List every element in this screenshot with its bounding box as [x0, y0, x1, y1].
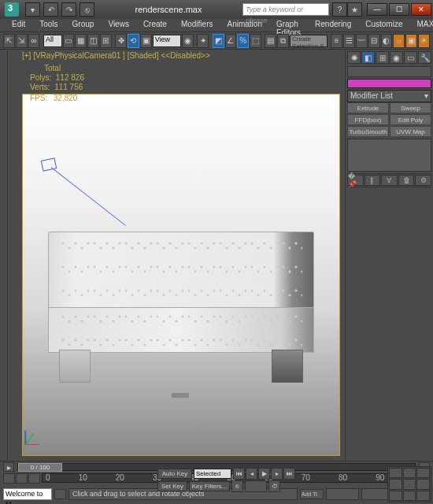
rotate-icon[interactable]: ⟲ — [128, 34, 139, 48]
material-editor-icon[interactable]: ◐ — [381, 34, 393, 48]
modifier-list-dropdown[interactable]: Modifier List▾ — [347, 90, 431, 102]
hierarchy-tab-icon[interactable]: ⊞ — [376, 51, 389, 64]
menu-rendering[interactable]: Rendering — [308, 19, 358, 32]
snap-toggle-icon[interactable]: ◩ — [213, 34, 224, 48]
current-frame-field[interactable] — [245, 480, 267, 492]
time-slider-thumb[interactable]: 0 / 100 — [18, 463, 62, 472]
lock-selection-icon[interactable] — [54, 489, 66, 499]
time-config-icon[interactable]: ⏱ — [268, 480, 280, 492]
qat-link-icon[interactable]: ⎋ — [80, 2, 94, 17]
mod-btn-uvwmap[interactable]: UVW Map — [390, 126, 431, 137]
scene-object-block[interactable] — [172, 393, 189, 398]
render-setup-icon[interactable]: ☼ — [393, 34, 405, 48]
menu-modifiers[interactable]: Modifiers — [174, 19, 220, 32]
configure-sets-icon[interactable]: ⚙ — [415, 175, 431, 186]
unlink-icon[interactable]: ⇲ — [16, 34, 28, 48]
zoom-all-icon[interactable] — [389, 479, 402, 489]
angle-snap-icon[interactable]: ∠ — [225, 34, 237, 48]
goto-end-icon[interactable]: ⏭ — [283, 468, 295, 480]
schematic-icon[interactable]: ⊟ — [368, 34, 380, 48]
pan-view-icon[interactable] — [416, 491, 430, 501]
signin-icon[interactable]: ★ — [347, 2, 362, 17]
make-unique-icon[interactable]: ∀ — [381, 175, 398, 186]
viewport-label[interactable]: [+] [VRayPhysicalCamera01 ] [Shaded] <<D… — [22, 51, 210, 60]
maximize-viewport-icon[interactable] — [403, 491, 416, 501]
ref-coord-combo[interactable]: View — [153, 35, 181, 47]
track-icon-3[interactable] — [28, 473, 40, 484]
modifier-stack[interactable] — [347, 139, 431, 172]
minimize-button[interactable]: — — [367, 3, 387, 16]
maxscript-listener[interactable]: Welcome to M — [3, 488, 52, 500]
select-link-icon[interactable]: ⇱ — [3, 34, 15, 48]
menu-tools[interactable]: Tools — [32, 19, 65, 32]
coord-x-field[interactable] — [326, 488, 359, 500]
track-icon-1[interactable] — [3, 473, 15, 484]
mod-btn-extrude[interactable]: Extrude — [347, 102, 389, 113]
object-name-field[interactable] — [347, 66, 431, 77]
qat-undo-icon[interactable]: ↶ — [43, 2, 58, 17]
mod-btn-turbosmooth[interactable]: TurboSmooth — [347, 126, 389, 137]
scale-icon[interactable]: ▣ — [140, 34, 152, 48]
selection-filter-combo[interactable]: All — [43, 35, 62, 47]
spinner-snap-icon[interactable]: ⬚ — [250, 34, 261, 48]
timeline-toggle-icon[interactable]: ▸ — [3, 462, 14, 472]
align-icon[interactable]: ≡ — [331, 34, 342, 48]
fov-icon[interactable] — [403, 479, 416, 489]
display-tab-icon[interactable]: ▭ — [404, 51, 417, 64]
modify-tab-icon[interactable]: ◧ — [361, 51, 375, 64]
mirror-icon[interactable]: ⧉ — [277, 34, 289, 48]
setkey-button[interactable]: Set Key — [157, 481, 187, 491]
autokey-button[interactable]: Auto Key — [157, 469, 192, 479]
menu-grapheditors[interactable]: Graph Editors — [269, 19, 308, 32]
menu-maxscript[interactable]: MAXScript — [409, 19, 433, 32]
select-icon[interactable]: ▭ — [63, 34, 75, 48]
orbit-icon[interactable] — [389, 491, 402, 501]
curve-editor-icon[interactable]: 〰 — [356, 34, 368, 48]
render-frame-icon[interactable]: ▣ — [405, 34, 417, 48]
menu-group[interactable]: Group — [65, 19, 102, 32]
help-search-input[interactable]: Type a keyword or phrase — [242, 3, 329, 16]
play-icon[interactable]: ▶ — [258, 468, 270, 480]
named-selection-set-combo[interactable]: Create Selection S — [290, 35, 328, 47]
remove-mod-icon[interactable]: 🗑 — [398, 175, 415, 186]
add-time-tag-icon[interactable]: Add Ti — [300, 489, 324, 499]
window-crossing-icon[interactable]: ⊞ — [100, 34, 112, 48]
prev-frame-icon[interactable]: ◂ — [246, 468, 257, 480]
pivot-icon[interactable]: ◉ — [182, 34, 194, 48]
create-tab-icon[interactable]: ✺ — [347, 51, 361, 64]
goto-start-icon[interactable]: ⏮ — [233, 468, 245, 480]
object-color-swatch[interactable] — [347, 79, 431, 88]
zoom-icon[interactable] — [416, 468, 430, 478]
show-end-result-icon[interactable]: ‖ — [365, 175, 381, 186]
zoom-extents-icon[interactable] — [416, 479, 430, 489]
move-icon[interactable]: ✥ — [115, 34, 127, 48]
qat-redo-icon[interactable]: ↷ — [61, 2, 76, 17]
infocenter-icon[interactable]: ? — [332, 2, 347, 17]
render-icon[interactable]: ☀ — [418, 34, 430, 48]
menu-animation[interactable]: Animation — [220, 19, 268, 32]
viewport-canvas[interactable] — [22, 94, 340, 456]
select-region-icon[interactable]: ◫ — [87, 34, 99, 48]
bind-icon[interactable]: ∞ — [28, 34, 40, 48]
app-icon[interactable] — [5, 2, 19, 17]
close-button[interactable]: ✕ — [411, 3, 431, 16]
pin-stack-icon[interactable]: �📌 — [347, 175, 364, 186]
mod-btn-sweep[interactable]: Sweep — [390, 102, 431, 113]
track-icon-2[interactable] — [16, 473, 28, 484]
key-mode-select[interactable]: Selected — [194, 469, 231, 479]
scene-object-sofa[interactable] — [48, 232, 314, 383]
next-frame-icon[interactable]: ▸ — [271, 468, 283, 480]
motion-tab-icon[interactable]: ◉ — [390, 51, 403, 64]
layers-icon[interactable]: ☰ — [343, 34, 355, 48]
mod-btn-ffdbox[interactable]: FFD(box) — [347, 114, 389, 125]
qat-new-icon[interactable]: ▾ — [25, 2, 40, 17]
key-filters-button[interactable]: Key Filters... — [189, 481, 230, 491]
walk-icon[interactable] — [403, 468, 416, 478]
pan-icon[interactable] — [389, 468, 402, 478]
percent-snap-icon[interactable]: % — [237, 34, 249, 48]
key-mode-toggle-icon[interactable]: ⎋ — [231, 480, 243, 492]
maximize-button[interactable]: ☐ — [389, 3, 409, 16]
menu-edit[interactable]: Edit — [5, 19, 32, 32]
manipulate-icon[interactable]: ✦ — [197, 34, 209, 48]
utilities-tab-icon[interactable]: 🔧 — [418, 51, 431, 64]
